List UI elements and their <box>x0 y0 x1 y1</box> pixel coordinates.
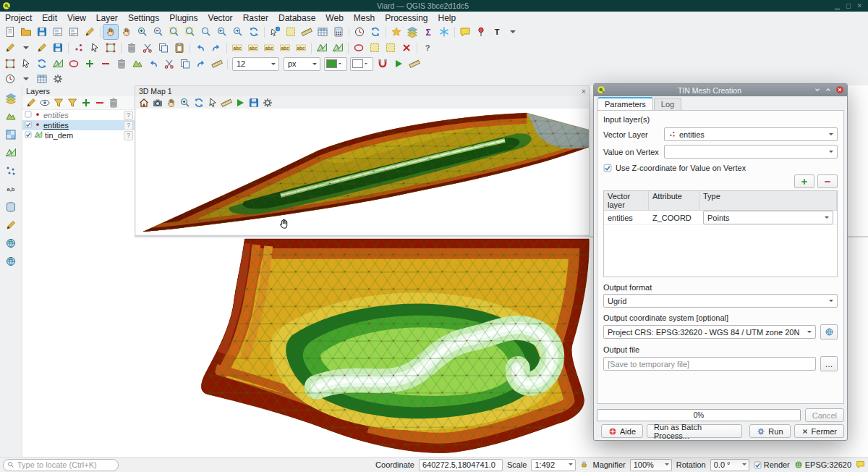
layer-item-tin_dem[interactable]: tin_dem? <box>22 130 135 140</box>
remove-layer-icon[interactable] <box>107 97 119 109</box>
options-icon[interactable] <box>51 72 65 86</box>
value-on-vertex-combo[interactable] <box>664 145 838 159</box>
annotation-dropdown-icon[interactable] <box>506 25 520 39</box>
zoom-to-selection-icon[interactable] <box>183 25 197 39</box>
batch-process-button[interactable]: Run as Batch Process... <box>647 424 742 438</box>
magnifier-spinbox[interactable]: 100% <box>630 459 672 471</box>
collapse-all-icon[interactable] <box>93 97 106 109</box>
save-layer-edits-icon[interactable] <box>51 41 65 55</box>
3d-map-view[interactable] <box>136 109 589 235</box>
add-row-button[interactable] <box>794 174 814 188</box>
attribute-table-icon[interactable] <box>315 25 330 39</box>
coordinate-input[interactable]: 640272.5,1804741.0 <box>419 459 503 471</box>
tab-log[interactable]: Log <box>654 98 681 110</box>
remove-row-button[interactable] <box>817 174 838 188</box>
menu-mesh[interactable]: Mesh <box>349 12 380 24</box>
add-part-icon[interactable] <box>82 56 97 71</box>
3d-map-close-icon[interactable]: × <box>582 87 586 96</box>
offset-curve-icon[interactable] <box>146 56 161 71</box>
current-edits-dropdown-icon[interactable] <box>19 41 33 55</box>
open-layer-styling-icon[interactable] <box>25 97 37 109</box>
add-vector-layer-icon[interactable] <box>4 109 18 124</box>
log-messages-icon[interactable] <box>856 460 865 471</box>
measure-line-icon[interactable] <box>299 25 314 39</box>
open-project-icon[interactable] <box>19 25 33 39</box>
refresh-map-icon[interactable] <box>247 25 261 39</box>
scale-combo[interactable]: 1:492 <box>531 459 576 471</box>
vertex-tool-icon[interactable] <box>103 41 118 55</box>
layer-diagram-icon[interactable]: abc <box>246 41 260 55</box>
menu-database[interactable]: Database <box>273 12 320 24</box>
history-dropdown-icon[interactable] <box>19 72 33 86</box>
layer-checkbox[interactable] <box>25 131 32 140</box>
camera-home-icon[interactable] <box>137 96 150 109</box>
select-crs-button[interactable] <box>820 324 838 340</box>
vertex-tool-all-layers-icon[interactable] <box>3 56 17 71</box>
locate-search-input[interactable]: Type to locate (Ctrl+K) <box>3 459 119 471</box>
menu-web[interactable]: Web <box>320 12 348 24</box>
new-project-icon[interactable] <box>3 25 17 39</box>
cancel-button[interactable]: Cancel <box>805 408 844 422</box>
results-viewer-icon[interactable] <box>35 72 49 86</box>
identify-3d-icon[interactable] <box>206 96 218 109</box>
move-feature-copy-icon[interactable] <box>19 56 33 71</box>
menu-processing[interactable]: Processing <box>380 12 433 24</box>
select-by-rect-icon[interactable] <box>367 41 382 55</box>
deselect-all-icon[interactable] <box>399 41 414 55</box>
add-postgis-layer-icon[interactable] <box>4 200 18 214</box>
layer-item-entities[interactable]: entities? <box>22 110 135 120</box>
identify-features-icon[interactable]: i <box>268 25 282 39</box>
tracing-icon[interactable] <box>391 56 406 71</box>
new-bookmark-icon[interactable] <box>389 25 404 39</box>
move-feature-icon[interactable] <box>88 41 102 55</box>
save-image-3d-icon[interactable] <box>247 96 260 109</box>
data-source-manager-icon[interactable] <box>405 25 420 39</box>
dialog-titlebar[interactable]: TIN Mesh Creation <box>594 84 847 96</box>
menu-view[interactable]: View <box>62 12 91 24</box>
trim-extend-icon[interactable] <box>210 56 224 71</box>
layer-indicator-icon[interactable]: ? <box>124 111 133 120</box>
font-unit-combo[interactable]: px <box>284 57 320 71</box>
tab-parameters[interactable]: Parameters <box>597 97 653 110</box>
snapping-icon[interactable] <box>375 56 390 71</box>
table-row[interactable]: entitiesZ_COORDPoints <box>604 211 837 225</box>
processing-history-icon[interactable] <box>3 72 17 86</box>
style-manager-icon[interactable] <box>82 25 97 39</box>
close-button[interactable]: ✕ <box>856 2 862 9</box>
layer-item-entities[interactable]: entities? <box>22 120 135 130</box>
copy-features-icon[interactable] <box>156 41 171 55</box>
measure-3d-icon[interactable] <box>220 96 232 109</box>
field-calculator-icon[interactable] <box>331 25 346 39</box>
manage-map-themes-icon[interactable] <box>38 97 51 109</box>
add-point-cloud-layer-icon[interactable] <box>4 164 18 178</box>
new-annotation-icon[interactable] <box>474 25 488 39</box>
select-by-ellipse-icon[interactable] <box>352 41 366 55</box>
layout-manager-icon[interactable] <box>67 25 81 39</box>
help-button[interactable]: Aide <box>601 424 643 438</box>
refresh-temporal-icon[interactable] <box>368 25 383 39</box>
options-3d-icon[interactable] <box>261 96 273 109</box>
layer-indicator-icon[interactable]: ? <box>124 121 133 130</box>
split-features-icon[interactable] <box>162 56 176 71</box>
temporal-controller-icon[interactable] <box>352 25 367 39</box>
menu-vector[interactable]: Vector <box>203 12 238 24</box>
layer-indicator-icon[interactable]: ? <box>124 131 133 140</box>
current-edits-icon[interactable] <box>3 41 17 55</box>
menu-plugins[interactable]: Plugins <box>164 12 203 24</box>
rotate-feature-icon[interactable] <box>35 56 49 71</box>
text-color-button[interactable] <box>324 57 347 71</box>
rotate-point-symbols-icon[interactable] <box>194 56 208 71</box>
merge-features-icon[interactable] <box>178 56 192 71</box>
toggle-editing-icon[interactable] <box>35 41 49 55</box>
zoom-out-icon[interactable] <box>151 25 166 39</box>
add-point-feature-icon[interactable] <box>72 41 86 55</box>
delete-selected-icon[interactable] <box>124 41 139 55</box>
add-wms-layer-icon[interactable] <box>4 236 18 250</box>
close-dialog-button[interactable]: Fermer <box>794 424 844 438</box>
layer-labeling-icon[interactable]: abc <box>230 41 244 55</box>
pan-map-icon[interactable] <box>103 25 118 39</box>
filter-legend-icon[interactable] <box>52 97 64 109</box>
menu-settings[interactable]: Settings <box>123 12 164 24</box>
menu-layer[interactable]: Layer <box>91 12 123 24</box>
paste-features-icon[interactable] <box>172 41 187 55</box>
